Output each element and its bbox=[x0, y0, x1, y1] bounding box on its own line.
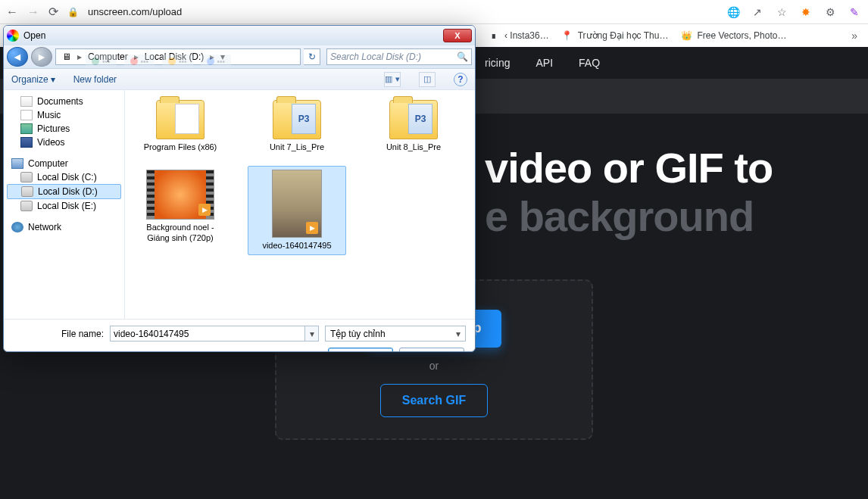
video-thumbnail: ▶ bbox=[272, 170, 322, 238]
browser-toolbar: ← → ⟳ 🔒 unscreen.com/upload 🌐 ↗ ☆ ✸ ⚙ ✎ bbox=[0, 0, 868, 24]
file-name: Program Files (x86) bbox=[144, 142, 217, 153]
reload-button[interactable]: ⟳ bbox=[48, 5, 58, 19]
bookmark-label: Free Vectors, Photo… bbox=[697, 30, 786, 41]
dialog-toolbar: Organize ▾ New folder ▥ ▾ ◫ ? bbox=[4, 69, 475, 90]
nav-tree: Documents Music Pictures Videos Computer… bbox=[4, 90, 125, 319]
folder-icon bbox=[389, 100, 438, 139]
dialog-footer: File name: ▾ Tệp tùy chỉnh ▾ Open ▾ Canc… bbox=[4, 319, 475, 352]
search-gif-button[interactable]: Search GIF bbox=[380, 384, 488, 417]
file-item-selected[interactable]: ▶ video-1640147495 bbox=[248, 166, 346, 255]
computer-icon bbox=[11, 158, 23, 169]
translate-icon[interactable]: 🌐 bbox=[726, 5, 741, 20]
extension-icon[interactable]: ✸ bbox=[798, 5, 813, 20]
bookmark-label: ‹ Insta36… bbox=[504, 30, 549, 41]
play-icon: ▶ bbox=[198, 204, 211, 216]
tree-music[interactable]: Music bbox=[7, 108, 121, 122]
dialog-nav: ◄ ► 🖥▸ Computer▸ Local Disk (D:)▸ ▾ ↻ Se… bbox=[4, 45, 475, 69]
bookmarks-overflow[interactable]: » bbox=[851, 30, 862, 42]
bookmark-icon: ∎ bbox=[488, 30, 500, 42]
nav-faq[interactable]: FAQ bbox=[579, 57, 600, 69]
file-item[interactable]: Program Files (x86) bbox=[131, 96, 229, 157]
tree-drive-c[interactable]: Local Disk (C:) bbox=[7, 170, 121, 184]
cancel-button[interactable]: Cancel bbox=[399, 348, 464, 352]
music-icon bbox=[20, 110, 33, 120]
nav-api[interactable]: API bbox=[535, 57, 553, 69]
nav-pricing[interactable]: ricing bbox=[485, 57, 510, 69]
new-folder-button[interactable]: New folder bbox=[73, 74, 117, 85]
tree-network[interactable]: Network bbox=[7, 220, 121, 234]
tree-drive-d[interactable]: Local Disk (D:) bbox=[7, 184, 121, 199]
tree-computer[interactable]: Computer bbox=[7, 157, 121, 170]
dialog-body: Documents Music Pictures Videos Computer… bbox=[4, 90, 475, 319]
file-open-dialog: Open X ••• ••• ••• ••• ◄ ► 🖥▸ Computer▸ … bbox=[3, 25, 476, 352]
videos-icon bbox=[20, 137, 33, 148]
file-name: Unit 8_Lis_Pre bbox=[386, 142, 441, 153]
file-item[interactable]: ▶ Background noel - Giáng sinh (720p) bbox=[131, 166, 229, 255]
pictures-icon bbox=[20, 123, 33, 134]
feather-icon[interactable]: ✎ bbox=[847, 5, 862, 20]
file-name-input-wrap: ▾ bbox=[110, 326, 319, 342]
hero-line1: video or GIF to bbox=[485, 144, 773, 192]
file-name: video-1640147495 bbox=[262, 241, 331, 251]
hero-line2: e background bbox=[485, 192, 754, 240]
folder-icon bbox=[273, 100, 321, 139]
breadcrumb-root-icon[interactable]: 🖥 bbox=[58, 49, 76, 64]
search-placeholder: Search Local Disk (D:) bbox=[330, 51, 421, 62]
network-icon bbox=[11, 222, 23, 232]
open-button[interactable]: Open ▾ bbox=[328, 348, 393, 352]
drive-icon bbox=[20, 201, 33, 211]
chevron-down-icon: ▾ bbox=[51, 74, 55, 85]
file-item[interactable]: Unit 7_Lis_Pre bbox=[248, 96, 346, 157]
file-name: Background noel - Giáng sinh (720p) bbox=[135, 223, 226, 244]
bookmark-item[interactable]: ∎‹ Insta36… bbox=[488, 30, 549, 42]
dialog-title: Open bbox=[23, 30, 45, 41]
search-icon: 🔍 bbox=[457, 51, 468, 62]
or-text: or bbox=[429, 360, 439, 372]
help-button[interactable]: ? bbox=[454, 73, 467, 86]
back-button[interactable]: ← bbox=[6, 5, 18, 19]
document-icon bbox=[20, 96, 33, 107]
file-name-dropdown[interactable]: ▾ bbox=[305, 326, 319, 342]
tree-drive-e[interactable]: Local Disk (E:) bbox=[7, 199, 121, 213]
pin-icon: 📍 bbox=[561, 30, 573, 42]
drive-icon bbox=[21, 186, 33, 197]
close-button[interactable]: X bbox=[443, 29, 472, 42]
folder-icon bbox=[156, 100, 205, 139]
drive-icon bbox=[20, 172, 33, 182]
chevron-down-icon: ▾ bbox=[456, 329, 461, 339]
file-name: Unit 7_Lis_Pre bbox=[270, 142, 324, 153]
share-icon[interactable]: ↗ bbox=[750, 5, 765, 20]
filter-label: Tệp tùy chỉnh bbox=[330, 329, 386, 339]
preview-pane-button[interactable]: ◫ bbox=[419, 72, 436, 87]
file-type-filter[interactable]: Tệp tùy chỉnh ▾ bbox=[325, 326, 466, 342]
search-input[interactable]: Search Local Disk (D:) 🔍 bbox=[326, 48, 472, 65]
play-icon: ▶ bbox=[306, 222, 318, 234]
organize-menu[interactable]: Organize ▾ bbox=[11, 74, 55, 85]
lock-icon: 🔒 bbox=[67, 7, 79, 17]
tree-videos[interactable]: Videos bbox=[7, 136, 121, 149]
file-name-label: File name: bbox=[13, 329, 104, 339]
bookmark-label: Trường Đại học Thu… bbox=[578, 30, 669, 41]
video-thumbnail: ▶ bbox=[146, 170, 214, 220]
tree-pictures[interactable]: Pictures bbox=[7, 122, 121, 136]
hero-heading: video or GIF to e background bbox=[485, 144, 823, 242]
nav-back-button[interactable]: ◄ bbox=[7, 47, 28, 67]
file-item[interactable]: Unit 8_Lis_Pre bbox=[364, 96, 463, 157]
tree-documents[interactable]: Documents bbox=[7, 95, 121, 108]
app-icon bbox=[7, 30, 19, 42]
nav-forward-button[interactable]: ► bbox=[31, 47, 52, 67]
ghost-tabs: ••• ••• ••• ••• bbox=[86, 55, 231, 68]
bookmark-item[interactable]: 📍Trường Đại học Thu… bbox=[561, 30, 669, 42]
file-list[interactable]: Program Files (x86) Unit 7_Lis_Pre Unit … bbox=[125, 90, 475, 319]
address-url[interactable]: unscreen.com/upload bbox=[88, 6, 182, 17]
refresh-button[interactable]: ↻ bbox=[304, 48, 320, 65]
file-name-input[interactable] bbox=[110, 326, 305, 342]
bookmark-item[interactable]: 👑Free Vectors, Photo… bbox=[680, 30, 786, 42]
view-mode-button[interactable]: ▥ ▾ bbox=[384, 72, 401, 87]
gear-icon[interactable]: ⚙ bbox=[823, 5, 838, 20]
dialog-titlebar[interactable]: Open X bbox=[4, 26, 475, 45]
forward-button[interactable]: → bbox=[27, 5, 39, 19]
star-icon[interactable]: ☆ bbox=[774, 5, 789, 20]
crown-icon: 👑 bbox=[680, 30, 692, 42]
